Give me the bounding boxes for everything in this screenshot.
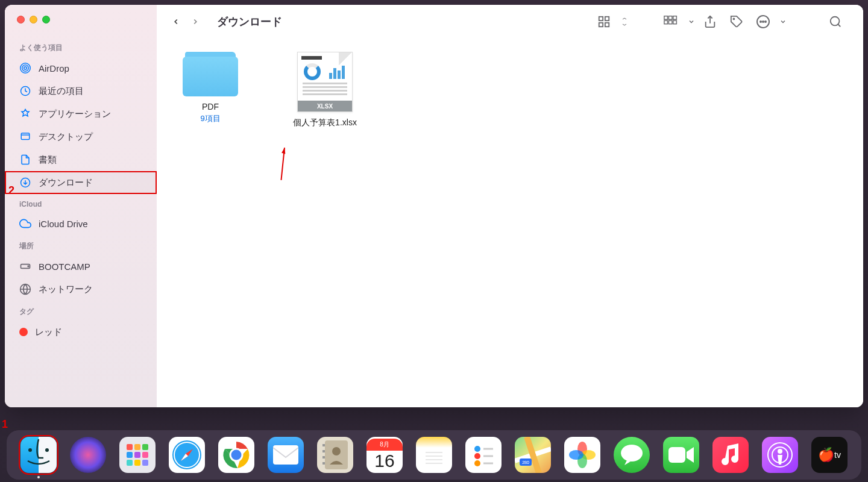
- main-area: ダウンロード: [157, 5, 863, 407]
- sidebar-item-network[interactable]: ネットワーク: [5, 278, 157, 301]
- dock-music[interactable]: [712, 437, 749, 473]
- svg-rect-36: [134, 452, 140, 458]
- svg-rect-11: [605, 17, 609, 20]
- sidebar-item-applications[interactable]: アプリケーション: [5, 102, 157, 125]
- svg-line-27: [838, 24, 840, 27]
- close-button[interactable]: [17, 16, 25, 23]
- dock-reminders[interactable]: [465, 437, 502, 473]
- group-chevron-icon[interactable]: [686, 10, 697, 34]
- svg-rect-33: [134, 444, 140, 450]
- running-indicator: [37, 476, 40, 478]
- tags-button[interactable]: [723, 10, 750, 34]
- dock-podcasts[interactable]: [762, 437, 798, 473]
- sidebar-label: iCloud Drive: [39, 219, 88, 229]
- sidebar-item-downloads[interactable]: ダウンロード: [5, 171, 157, 194]
- svg-rect-16: [673, 16, 677, 20]
- svg-rect-73: [668, 447, 685, 463]
- sidebar: よく使う項目 AirDrop 最近の項目 アプリケーション デスクトップ: [5, 5, 157, 407]
- sidebar-item-airdrop[interactable]: AirDrop: [5, 57, 157, 80]
- svg-rect-10: [599, 17, 603, 20]
- minimize-button[interactable]: [30, 16, 37, 23]
- sidebar-item-desktop[interactable]: デスクトップ: [5, 125, 157, 148]
- dock-maps[interactable]: 280: [515, 437, 551, 473]
- cloud-icon: [19, 218, 31, 230]
- svg-rect-40: [142, 460, 148, 466]
- svg-rect-52: [322, 450, 325, 452]
- svg-point-30: [28, 448, 32, 452]
- file-item-xlsx[interactable]: XLSX 個人予算表1.xlsx: [286, 52, 364, 128]
- sidebar-item-recents[interactable]: 最近の項目: [5, 80, 157, 102]
- dock-siri[interactable]: [70, 437, 106, 473]
- back-button[interactable]: [166, 13, 186, 30]
- sidebar-item-bootcamp[interactable]: BOOTCAMP: [5, 255, 157, 278]
- sidebar-label: ネットワーク: [39, 284, 93, 295]
- svg-rect-39: [134, 460, 140, 466]
- section-locations-header: 場所: [5, 235, 157, 255]
- dock-facetime[interactable]: [663, 437, 699, 473]
- downloads-icon: [19, 177, 31, 189]
- dock-launchpad[interactable]: [119, 437, 156, 473]
- action-chevron-icon[interactable]: [778, 10, 788, 34]
- clock-icon: [19, 85, 31, 97]
- forward-button[interactable]: [186, 13, 205, 30]
- svg-rect-37: [142, 452, 148, 458]
- sidebar-label: レッド: [35, 327, 62, 338]
- sidebar-label: アプリケーション: [39, 108, 111, 120]
- svg-rect-18: [668, 20, 672, 24]
- sidebar-item-tag-red[interactable]: レッド: [5, 321, 157, 343]
- svg-point-26: [831, 17, 840, 26]
- xlsx-badge: XLSX: [298, 101, 352, 111]
- finder-window: よく使う項目 AirDrop 最近の項目 アプリケーション デスクトップ: [5, 5, 863, 407]
- svg-point-31: [45, 448, 49, 452]
- dock-chrome[interactable]: [218, 437, 254, 473]
- dock: 8月 16 280 🍎tv: [7, 430, 861, 480]
- folder-item-pdf[interactable]: PDF 9項目: [171, 52, 250, 124]
- svg-point-21: [734, 19, 735, 20]
- disk-icon: [19, 260, 31, 272]
- dock-notes[interactable]: [416, 437, 452, 473]
- dock-contacts[interactable]: [317, 437, 353, 473]
- svg-point-8: [28, 266, 29, 267]
- svg-rect-4: [21, 133, 30, 140]
- svg-rect-38: [127, 460, 133, 466]
- svg-rect-49: [273, 445, 298, 465]
- svg-rect-19: [673, 20, 677, 24]
- window-controls: [5, 16, 157, 37]
- dock-messages[interactable]: [614, 437, 650, 473]
- share-button[interactable]: [697, 10, 723, 34]
- search-button[interactable]: [822, 10, 849, 34]
- dock-tv[interactable]: 🍎tv: [811, 437, 848, 473]
- view-chevron-icon[interactable]: [618, 10, 631, 34]
- svg-rect-15: [668, 16, 672, 20]
- sidebar-item-documents[interactable]: 書類: [5, 148, 157, 171]
- svg-point-0: [24, 67, 27, 70]
- view-mode-button[interactable]: [591, 10, 617, 34]
- action-button[interactable]: [750, 10, 776, 34]
- file-name: PDF: [202, 101, 219, 112]
- svg-point-25: [765, 21, 766, 22]
- toolbar: ダウンロード: [157, 5, 863, 39]
- sidebar-label: 書類: [39, 154, 57, 166]
- svg-point-60: [474, 446, 480, 452]
- group-button[interactable]: [658, 10, 685, 34]
- svg-rect-32: [127, 444, 133, 450]
- dock-safari[interactable]: [169, 437, 205, 473]
- dock-photos[interactable]: [564, 437, 600, 473]
- red-tag-icon: [19, 328, 28, 336]
- dock-calendar[interactable]: 8月 16: [366, 437, 403, 473]
- svg-point-24: [763, 21, 764, 22]
- file-content-area[interactable]: PDF 9項目 XLSX 個人予算表1.xlsx: [157, 39, 863, 407]
- file-subtitle: 9項目: [200, 113, 220, 124]
- svg-point-61: [474, 453, 480, 459]
- dock-mail[interactable]: [268, 437, 304, 473]
- airdrop-icon: [19, 62, 31, 74]
- svg-point-23: [760, 21, 761, 22]
- dock-finder[interactable]: [20, 437, 57, 473]
- svg-rect-34: [142, 444, 148, 450]
- fullscreen-button[interactable]: [42, 16, 50, 23]
- tv-label: tv: [834, 450, 841, 460]
- sidebar-item-icloud-drive[interactable]: iCloud Drive: [5, 212, 157, 235]
- calendar-month: 8月: [366, 439, 403, 451]
- svg-point-55: [332, 447, 341, 455]
- section-tags-header: タグ: [5, 301, 157, 321]
